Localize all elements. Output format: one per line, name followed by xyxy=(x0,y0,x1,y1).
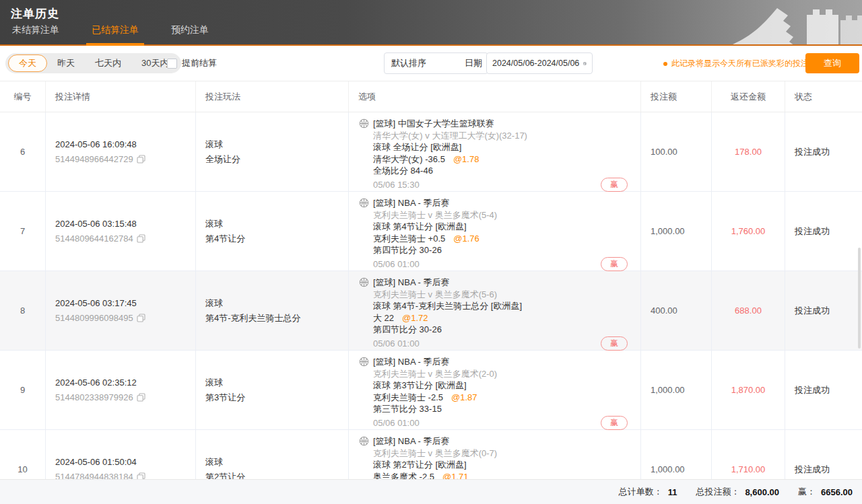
table-body: 6 2024-05-06 16:09:48 5144948966442729 滚… xyxy=(0,112,862,479)
status-value: 投注成功 xyxy=(795,464,862,476)
tab-unsettled[interactable]: 未结算注单 xyxy=(11,24,61,44)
match-time: 05/06 01:00 xyxy=(373,338,420,350)
table-row: 7 2024-05-06 03:15:48 5144809644162784 滚… xyxy=(0,192,862,271)
range-today-pill[interactable]: 今天 xyxy=(8,55,47,72)
play-type-line1: 滚球 xyxy=(205,296,348,311)
col-header-no: 编号 xyxy=(0,81,46,112)
copy-icon[interactable] xyxy=(137,472,145,479)
match-time: 05/06 01:00 xyxy=(373,258,420,271)
col-header-status: 状态 xyxy=(785,81,862,112)
match-time: 05/06 15:30 xyxy=(373,179,420,191)
league-name: [篮球] NBA - 季后赛 xyxy=(373,277,449,289)
row-number: 7 xyxy=(0,192,46,271)
row-number: 10 xyxy=(0,430,46,479)
query-button[interactable]: 查询 xyxy=(805,53,859,73)
date-range-input[interactable]: 2024/05/06-2024/05/06 xyxy=(486,52,593,74)
win-badge: 赢 xyxy=(601,416,628,430)
match-teams: 克利夫兰骑士 v 奥兰多魔术(2-0) xyxy=(359,368,628,380)
bet-detail-cell: 2024-05-06 03:17:45 5144809996098495 xyxy=(46,271,196,351)
copy-icon[interactable] xyxy=(137,393,145,402)
basketball-icon xyxy=(359,357,369,367)
summary-stake-label: 总投注额： xyxy=(696,486,739,498)
score-line: 第四节比分 30-26 xyxy=(359,324,628,336)
selection: 清华大学(女) -36.5 xyxy=(373,154,445,164)
status-cell: 投注成功 xyxy=(785,112,862,192)
table-row: 10 2024-05-06 01:50:04 5144784944838184 … xyxy=(0,430,862,479)
copy-icon[interactable] xyxy=(137,155,145,164)
bet-id: 5144948966442729 xyxy=(55,152,133,167)
summary-count-value: 11 xyxy=(668,487,677,497)
notice-text: 此记录将显示今天所有已派奖彩的投注 xyxy=(671,58,809,69)
status-cell: 投注成功 xyxy=(785,271,862,351)
header-tabs: 未结算注单 已结算注单 预约注单 xyxy=(11,24,210,44)
row-number: 9 xyxy=(0,351,46,430)
market-name: 滚球 全场让分 [欧洲盘] xyxy=(359,141,628,153)
selection: 大 22 xyxy=(373,313,394,323)
play-type-line2: 第3节让分 xyxy=(205,390,348,405)
status-cell: 投注成功 xyxy=(785,192,862,271)
league-name: [篮球] NBA - 季后赛 xyxy=(373,356,449,368)
market-name: 滚球 第4节让分 [欧洲盘] xyxy=(359,221,628,233)
play-type-line1: 滚球 xyxy=(205,375,348,390)
summary-win-value: 6656.00 xyxy=(821,487,853,497)
match-teams: 清华大学(女) v 大连理工大学(女)(32-17) xyxy=(359,130,628,142)
basketball-icon xyxy=(359,436,369,446)
col-header-play: 投注玩法 xyxy=(196,81,349,112)
selection: 克利夫兰骑士 +0.5 xyxy=(373,233,445,244)
bet-time: 2024-05-06 03:17:45 xyxy=(55,296,195,311)
bet-detail-cell: 2024-05-06 01:50:04 5144784944838184 xyxy=(46,430,196,479)
range-7days-pill[interactable]: 七天内 xyxy=(85,55,131,72)
option-cell: [篮球] NBA - 季后赛 克利夫兰骑士 v 奥兰多魔术(0-7) 滚球 第2… xyxy=(349,430,641,479)
option-cell: [篮球] 中国女子大学生篮球联赛 清华大学(女) v 大连理工大学(女)(32-… xyxy=(349,112,641,192)
market-name: 滚球 第3节让分 [欧洲盘] xyxy=(359,380,628,392)
tab-reserved[interactable]: 预约注单 xyxy=(170,24,210,44)
stake-value: 1,000.00 xyxy=(651,226,711,236)
play-type-line1: 滚球 xyxy=(205,455,348,470)
payout-notice: 此记录将显示今天所有已派奖彩的投注 xyxy=(663,58,809,69)
range-yesterday-pill[interactable]: 昨天 xyxy=(47,55,85,72)
copy-icon[interactable] xyxy=(137,234,145,243)
vertical-scrollbar[interactable] xyxy=(858,248,861,349)
bet-time: 2024-05-06 03:15:48 xyxy=(55,217,195,231)
tab-settled[interactable]: 已结算注单 xyxy=(90,24,140,44)
return-cell: 1,870.00 xyxy=(712,351,785,430)
col-header-stake: 投注额 xyxy=(641,81,712,112)
table-row: 9 2024-05-06 02:35:12 5144802338979926 滚… xyxy=(0,351,862,430)
match-time: 05/06 01:00 xyxy=(373,417,420,429)
odds-value: @1.87 xyxy=(451,392,477,402)
return-value: 1,870.00 xyxy=(731,385,766,395)
match-teams: 克利夫兰骑士 v 奥兰多魔术(0-7) xyxy=(359,447,628,460)
market-name: 滚球 第4节-克利夫兰骑士总分 [欧洲盘] xyxy=(359,300,628,312)
return-value: 178.00 xyxy=(735,147,762,157)
copy-icon[interactable] xyxy=(137,314,145,322)
score-line: 第三节比分 33-15 xyxy=(359,403,628,415)
odds-value: @1.71 xyxy=(442,472,469,479)
return-value: 1,760.00 xyxy=(731,226,766,236)
page-header: 注单历史 未结算注单 已结算注单 预约注单 xyxy=(0,0,862,46)
summary-win: 赢： 6656.00 xyxy=(798,486,853,498)
market-name: 滚球 第2节让分 [欧洲盘] xyxy=(359,459,628,471)
stake-cell: 400.00 xyxy=(641,271,712,351)
basketball-icon xyxy=(359,277,369,287)
match-teams: 克利夫兰骑士 v 奥兰多魔术(5-4) xyxy=(359,209,628,221)
status-value: 投注成功 xyxy=(795,384,862,396)
early-settle-checkbox[interactable] xyxy=(167,59,177,69)
early-settle-label: 提前结算 xyxy=(182,57,217,69)
early-settle-checkbox-wrap[interactable]: 提前结算 xyxy=(167,57,217,69)
return-cell: 1,710.00 xyxy=(712,430,785,479)
play-type-cell: 滚球 第4节让分 xyxy=(196,192,349,271)
status-value: 投注成功 xyxy=(795,305,862,317)
bet-detail-cell: 2024-05-06 03:15:48 5144809644162784 xyxy=(46,192,196,271)
bet-history-app: 注单历史 未结算注单 已结算注单 预约注单 今天 昨天 七天内 30天内 提前结… xyxy=(0,0,862,504)
play-type-line2: 第2节让分 xyxy=(205,470,348,480)
stake-cell: 1,000.00 xyxy=(641,430,712,479)
notice-dot-icon xyxy=(663,62,667,66)
date-range-value: 2024/05/06-2024/05/06 xyxy=(492,59,579,68)
summary-win-label: 赢： xyxy=(798,486,816,498)
col-header-detail: 投注详情 xyxy=(46,81,196,112)
bet-id: 5144802338979926 xyxy=(55,390,133,405)
date-field-label: 日期 xyxy=(465,57,482,69)
play-type-cell: 滚球 第3节让分 xyxy=(196,351,349,430)
row-number: 8 xyxy=(0,271,46,351)
bet-time: 2024-05-06 16:09:48 xyxy=(55,137,195,152)
